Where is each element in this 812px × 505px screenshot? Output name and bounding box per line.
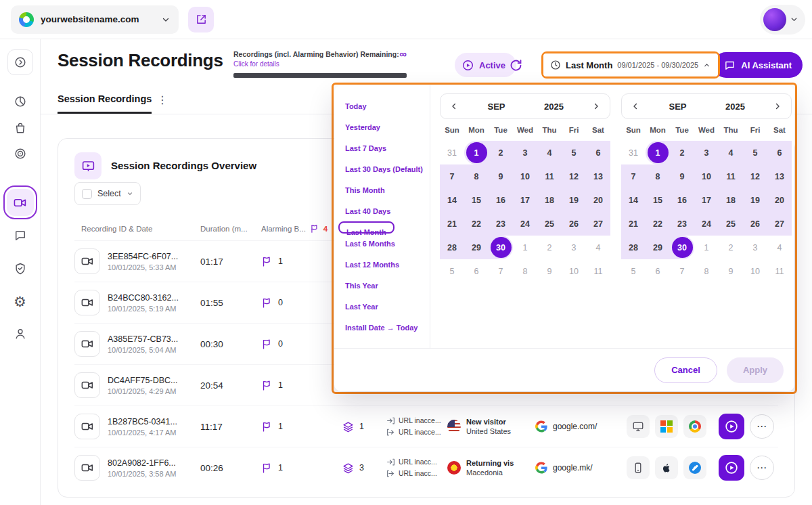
preset-yesterday[interactable]: Yesterday [345,121,380,133]
day-cell[interactable]: 8 [464,164,489,188]
day-cell[interactable]: 9 [537,259,562,283]
day-cell[interactable]: 13 [767,164,792,188]
day-cell[interactable]: 6 [464,259,489,283]
day-cell[interactable]: 11 [537,164,562,188]
day-cell[interactable]: 5 [743,141,767,164]
day-cell[interactable]: 25 [719,212,743,236]
day-cell[interactable]: 9 [670,164,694,188]
day-cell[interactable]: 1 [694,236,719,259]
calendar-year[interactable]: 2025 [706,102,764,112]
day-cell[interactable]: 21 [440,212,464,236]
day-cell[interactable]: 21 [621,212,646,236]
preset-this-year[interactable]: This Year [345,280,378,292]
day-cell[interactable]: 4 [537,141,562,164]
calendar-month[interactable]: SEP [468,102,525,112]
day-cell[interactable]: 8 [694,259,719,283]
day-cell[interactable]: 1 [513,236,537,259]
day-cell[interactable]: 1 [464,141,489,164]
day-cell[interactable]: 29 [646,236,670,259]
day-cell[interactable]: 10 [513,164,537,188]
day-cell[interactable]: 28 [621,236,646,259]
select-checkbox[interactable] [82,189,92,199]
day-cell[interactable]: 4 [586,236,610,259]
day-cell[interactable]: 15 [646,188,670,212]
preset-this-month[interactable]: This Month [345,184,385,196]
day-cell[interactable]: 11 [719,164,743,188]
day-cell[interactable]: 20 [586,188,610,212]
recording-thumbnail-button[interactable] [74,455,100,481]
day-cell[interactable]: 26 [743,212,767,236]
preset-last-6-months[interactable]: Last 6 Months [345,238,395,250]
table-row[interactable]: 1B287BC5-0341...10/01/2025, 4:17 AM11:17… [74,405,778,447]
day-cell[interactable]: 7 [489,259,513,283]
day-cell[interactable]: 23 [489,212,513,236]
day-cell[interactable]: 11 [767,259,792,283]
table-row[interactable]: 802A9082-1FF6...10/01/2025, 3:58 AM00:26… [74,447,778,488]
recording-thumbnail-button[interactable] [74,290,100,315]
sidebar-item-dashboard[interactable] [7,89,33,114]
day-cell[interactable]: 9 [719,259,743,283]
day-cell[interactable]: 14 [621,188,646,212]
day-cell[interactable]: 4 [719,141,743,164]
sidebar-item-feedback[interactable] [7,223,33,248]
day-cell[interactable]: 6 [767,141,792,164]
day-cell[interactable]: 26 [562,212,586,236]
day-cell[interactable]: 20 [767,188,792,212]
day-cell[interactable]: 29 [464,236,489,259]
date-range-button[interactable]: Last Month 09/01/2025 - 09/30/2025 [543,53,718,76]
sidebar-item-session-recordings[interactable] [7,189,34,216]
sidebar-item-record[interactable] [7,141,33,167]
day-cell[interactable]: 22 [464,212,489,236]
ai-assistant-button[interactable]: AI Assistant [713,52,803,78]
recording-thumbnail-button[interactable] [74,414,100,439]
day-cell[interactable]: 31 [440,141,464,164]
day-cell[interactable]: 17 [513,188,537,212]
play-recording-button[interactable] [719,414,744,439]
day-cell[interactable]: 25 [537,212,562,236]
calendar-prev-button[interactable] [622,94,649,118]
recording-thumbnail-button[interactable] [74,372,100,398]
day-cell[interactable]: 14 [440,188,464,212]
day-cell[interactable]: 24 [694,212,719,236]
row-menu-button[interactable]: ⋯ [750,456,774,480]
exit-url[interactable]: URL inacc... [386,468,447,479]
day-cell[interactable]: 13 [586,164,610,188]
open-website-button[interactable] [188,7,214,32]
select-dropdown[interactable]: Select [74,182,141,205]
col-alarming-behavior[interactable]: Alarming B... 4 [261,224,342,234]
preset-last-7-days[interactable]: Last 7 Days [345,142,386,154]
recording-thumbnail-button[interactable] [74,248,100,274]
day-cell[interactable]: 30 [670,236,694,259]
entry-url[interactable]: URL inacc... [386,456,447,468]
day-cell[interactable]: 12 [743,164,767,188]
day-cell[interactable]: 27 [767,212,792,236]
day-cell[interactable]: 8 [646,164,670,188]
day-cell[interactable]: 1 [646,141,670,164]
sidebar-item-security[interactable] [7,256,33,282]
day-cell[interactable]: 30 [489,236,513,259]
exit-url[interactable]: URL inacce... [386,426,447,438]
calendar-prev-button[interactable] [441,94,468,118]
cancel-button[interactable]: Cancel [654,357,717,383]
day-cell[interactable]: 5 [621,259,646,283]
day-cell[interactable]: 2 [719,236,743,259]
preset-last-40-days[interactable]: Last 40 Days [345,205,390,217]
day-cell[interactable]: 11 [586,259,610,283]
day-cell[interactable]: 18 [719,188,743,212]
sidebar-item-conversions[interactable] [7,115,33,141]
day-cell[interactable]: 4 [767,236,792,259]
day-cell[interactable]: 8 [513,259,537,283]
day-cell[interactable]: 19 [743,188,767,212]
day-cell[interactable]: 6 [586,141,610,164]
refresh-button[interactable] [508,57,524,74]
day-cell[interactable]: 28 [440,236,464,259]
apply-button[interactable]: Apply [727,357,784,383]
day-cell[interactable]: 2 [537,236,562,259]
calendar-next-button[interactable] [764,94,791,118]
tab-session-recordings[interactable]: Session Recordings [58,93,152,114]
day-cell[interactable]: 6 [646,259,670,283]
day-cell[interactable]: 23 [670,212,694,236]
day-cell[interactable]: 31 [621,141,646,164]
day-cell[interactable]: 10 [743,259,767,283]
day-cell[interactable]: 12 [562,164,586,188]
